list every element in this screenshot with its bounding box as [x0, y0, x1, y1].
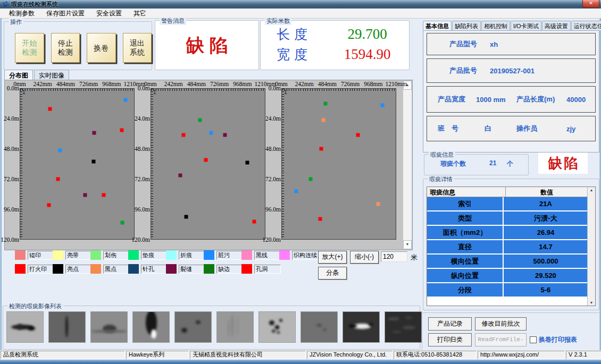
tab-distribution-map[interactable]: 分布图 [4, 70, 33, 80]
defect-point[interactable] [381, 103, 385, 107]
defect-point[interactable] [120, 221, 124, 225]
defect-point[interactable] [246, 161, 249, 165]
x-tick-label: 968mm [102, 81, 121, 87]
legend-color-swatch [90, 250, 101, 260]
y-tick-label: 0.0m [7, 85, 19, 91]
stop-button[interactable]: 停止检测 [51, 33, 80, 63]
plot-area[interactable]: 1 [151, 88, 265, 240]
tab-realtime-image[interactable]: 实时图像 [34, 70, 69, 80]
defect-point[interactable] [376, 202, 380, 206]
defect-point[interactable] [102, 193, 106, 197]
checkbox-icon[interactable] [530, 336, 537, 343]
defect-point[interactable] [84, 193, 87, 197]
defect-image-thumbnail[interactable] [6, 311, 44, 343]
defect-point[interactable] [123, 98, 127, 102]
defect-point[interactable] [309, 177, 313, 181]
defect-detail-row[interactable]: 直径14.7 [427, 240, 588, 253]
zoom-in-button[interactable]: 放大(+) [318, 251, 347, 264]
defect-detail-row[interactable]: 分段5-6 [427, 283, 588, 297]
defect-point[interactable] [181, 133, 185, 137]
defect-point[interactable] [91, 159, 95, 163]
scroll-down-icon[interactable]: ▼ [403, 240, 412, 249]
defect-point[interactable] [320, 147, 323, 151]
defect-point[interactable] [59, 148, 62, 152]
defect-blob [228, 319, 229, 336]
detail-field-value: 21A [504, 197, 588, 210]
alarm-box: 缺陷 [538, 153, 588, 174]
defect-detail-row[interactable]: 面积（mm2）26.94 [427, 226, 588, 239]
split-button[interactable]: 分条 [318, 267, 347, 280]
x-tick-label: 484mm [56, 81, 75, 87]
tab-advanced-settings[interactable]: 高级设置 [542, 21, 571, 30]
table-scroll-down-icon[interactable]: ▼ [588, 301, 595, 304]
defect-point[interactable] [209, 131, 213, 134]
defect-image-thumbnail[interactable] [90, 311, 128, 343]
defect-point[interactable] [321, 118, 325, 122]
defect-detail-row[interactable]: 横向位置500.000 [427, 255, 588, 268]
tab-basic-info[interactable]: 基本信息 [423, 21, 452, 30]
defect-blob [65, 316, 68, 337]
tab-io-card-test[interactable]: I/O卡测试 [511, 21, 541, 30]
defect-point[interactable] [56, 177, 60, 181]
product-length-label: 产品长度(m) [516, 95, 555, 104]
defect-point[interactable] [294, 190, 298, 193]
modify-batch-button[interactable]: 修改目前批次 [475, 317, 527, 331]
defect-image-thumbnail[interactable] [258, 311, 296, 343]
defect-count-label: 瑕疵个数 [440, 159, 466, 168]
roll-report-checkbox[interactable]: 换卷打印报表 [530, 335, 577, 344]
defect-detail-row[interactable]: 类型污渍-大 [427, 211, 588, 225]
close-button[interactable]: ✕ [582, 0, 599, 8]
defect-image-thumbnail[interactable] [48, 311, 86, 343]
meter-range-input[interactable] [381, 251, 407, 262]
defect-point[interactable] [319, 217, 322, 221]
defect-image-thumbnail[interactable] [300, 311, 338, 343]
defect-blob [275, 325, 279, 329]
product-records-button[interactable]: 产品记录 [428, 317, 472, 331]
status-segment: JZVision Technology Co., Ltd. [307, 351, 393, 359]
plots-scrollbar[interactable]: ▲ ▼ [403, 81, 412, 249]
tab-running-status-info[interactable]: 运行状态信息 [571, 21, 601, 30]
start-button[interactable]: 开始检测 [15, 33, 44, 63]
plot-area[interactable]: 1 [281, 88, 396, 240]
legend-item: 黑线 [241, 250, 279, 260]
menu-item[interactable]: 其它 [128, 9, 152, 18]
plot-area[interactable]: 1 [20, 88, 135, 240]
table-scroll-up-icon[interactable]: ▲ [588, 188, 595, 192]
defect-point[interactable] [356, 133, 360, 137]
width-value: 1594.90 [335, 46, 399, 63]
defect-point[interactable] [252, 219, 256, 223]
defect-detail-row[interactable]: 索引21A [427, 197, 588, 210]
defect-point[interactable] [198, 118, 202, 122]
menu-item[interactable]: 安全设置 [90, 9, 128, 18]
defect-point[interactable] [92, 131, 96, 134]
defect-point[interactable] [179, 173, 182, 177]
defect-point[interactable] [223, 133, 227, 137]
exit-button[interactable]: 退出系统 [123, 33, 152, 63]
menu-item[interactable]: 检测参数 [3, 9, 40, 18]
defect-point[interactable] [323, 102, 327, 106]
print-classify-button[interactable]: 打印归类 [428, 333, 472, 346]
defect-point[interactable] [47, 204, 51, 207]
x-tick-label: 242mm [34, 81, 52, 87]
defect-image-thumbnail[interactable] [343, 311, 380, 343]
defect-point[interactable] [48, 107, 52, 111]
defect-detail-row[interactable]: 纵向位置29.520 [427, 269, 588, 282]
defect-image-thumbnail[interactable] [216, 311, 254, 343]
defect-point[interactable] [120, 128, 123, 132]
defect-info-group: 瑕疵信息 瑕疵个数 21 个 [424, 154, 529, 175]
defect-point[interactable] [204, 158, 208, 162]
defect-image-thumbnail[interactable] [174, 311, 212, 343]
defect-image-thumbnail[interactable] [132, 311, 170, 343]
defect-point[interactable] [184, 215, 188, 218]
tab-defect-list[interactable]: 缺陷列表 [452, 21, 481, 30]
legend-label: 折痕 [179, 251, 205, 260]
product-length-value: 40000 [566, 96, 586, 104]
table-scrollbar[interactable]: ▲ ▼ [587, 187, 595, 306]
change-roll-button[interactable]: 换卷 [87, 33, 116, 63]
tab-camera-control[interactable]: 相机控制 [481, 21, 510, 30]
menu-item[interactable]: 保存图片设置 [40, 9, 90, 18]
product-model-row: 产品型号 xh [427, 33, 596, 55]
defect-image-thumbnail[interactable] [385, 311, 422, 343]
zoom-out-button[interactable]: 缩小(-) [350, 251, 379, 264]
status-segment: http://www.wxjzsj.com/ [478, 351, 565, 359]
